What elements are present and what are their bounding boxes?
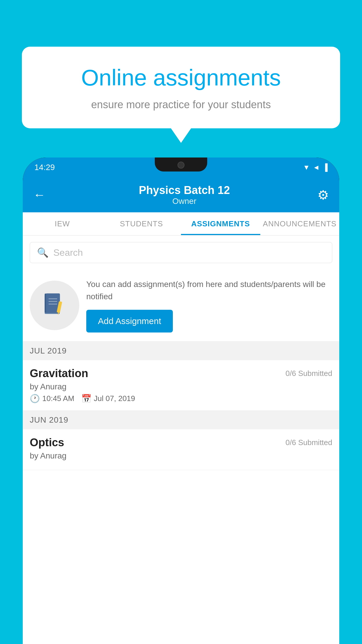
assignment-name: Gravitation bbox=[30, 367, 88, 380]
camera bbox=[178, 162, 184, 169]
bubble-title: Online assignments bbox=[42, 64, 320, 92]
promo-description: You can add assignment(s) from here and … bbox=[86, 278, 332, 303]
status-icons: ▼ ◄ ▐ bbox=[303, 163, 328, 172]
assignment-top: Gravitation 0/6 Submitted bbox=[30, 367, 332, 380]
tab-iew[interactable]: IEW bbox=[23, 212, 102, 235]
tabs-bar: IEW STUDENTS ASSIGNMENTS ANNOUNCEMENTS bbox=[23, 212, 339, 236]
signal-icon: ◄ bbox=[313, 163, 320, 172]
phone-frame: 14:29 ▼ ◄ ▐ ← Physics Batch 12 Owner ⚙ I… bbox=[23, 158, 339, 644]
assignment-date: 📅 Jul 07, 2019 bbox=[81, 394, 135, 403]
section-jun-2019: JUN 2019 bbox=[23, 411, 339, 429]
promo-section: You can add assignment(s) from here and … bbox=[23, 270, 339, 342]
speech-bubble: Online assignments ensure more practice … bbox=[22, 47, 340, 128]
add-assignment-button[interactable]: Add Assignment bbox=[86, 310, 173, 332]
battery-icon: ▐ bbox=[323, 163, 328, 172]
screen-content: 🔍 Search bbox=[23, 236, 339, 644]
search-placeholder: Search bbox=[53, 247, 83, 258]
batch-title: Physics Batch 12 bbox=[51, 184, 317, 197]
assignment-optics[interactable]: Optics 0/6 Submitted by Anurag bbox=[23, 429, 339, 470]
assignment-optics-submitted: 0/6 Submitted bbox=[286, 438, 332, 447]
promo-text-area: You can add assignment(s) from here and … bbox=[86, 278, 332, 332]
batch-subtitle: Owner bbox=[51, 197, 317, 206]
assignment-optics-top: Optics 0/6 Submitted bbox=[30, 436, 332, 449]
calendar-icon: 📅 bbox=[81, 394, 92, 403]
clock-icon: 🕐 bbox=[30, 394, 40, 403]
tab-assignments[interactable]: ASSIGNMENTS bbox=[181, 212, 260, 235]
assignment-gravitation[interactable]: Gravitation 0/6 Submitted by Anurag 🕐 10… bbox=[23, 360, 339, 411]
assignment-meta: 🕐 10:45 AM 📅 Jul 07, 2019 bbox=[30, 394, 332, 403]
section-jul-2019: JUL 2019 bbox=[23, 342, 339, 360]
back-button[interactable]: ← bbox=[33, 188, 45, 202]
tab-announcements[interactable]: ANNOUNCEMENTS bbox=[260, 212, 340, 235]
phone-inner: 14:29 ▼ ◄ ▐ ← Physics Batch 12 Owner ⚙ I… bbox=[23, 158, 339, 644]
assignment-by: by Anurag bbox=[30, 382, 332, 391]
notebook-icon bbox=[41, 292, 68, 318]
tab-students[interactable]: STUDENTS bbox=[102, 212, 181, 235]
app-bar-title: Physics Batch 12 Owner bbox=[51, 184, 317, 206]
search-icon: 🔍 bbox=[37, 247, 49, 258]
app-bar: ← Physics Batch 12 Owner ⚙ bbox=[23, 177, 339, 212]
bubble-subtitle: ensure more practice for your students bbox=[42, 99, 320, 111]
assignment-time: 🕐 10:45 AM bbox=[30, 394, 74, 403]
assignment-optics-name: Optics bbox=[30, 436, 64, 449]
notch bbox=[155, 158, 207, 172]
wifi-icon: ▼ bbox=[303, 163, 310, 172]
settings-button[interactable]: ⚙ bbox=[317, 188, 329, 202]
assignment-submitted: 0/6 Submitted bbox=[286, 369, 332, 378]
status-time: 14:29 bbox=[34, 163, 55, 172]
assignment-optics-by: by Anurag bbox=[30, 451, 332, 461]
promo-icon bbox=[30, 281, 79, 330]
search-bar[interactable]: 🔍 Search bbox=[30, 242, 332, 263]
